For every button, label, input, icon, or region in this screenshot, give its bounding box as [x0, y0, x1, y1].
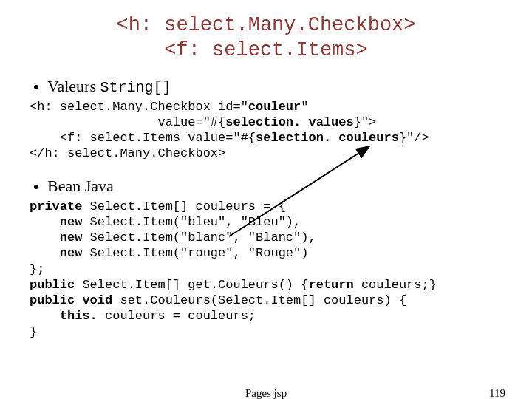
c1l2c: }"> [354, 115, 377, 129]
c2l4b: new [60, 246, 83, 260]
c1l2a: value="#{ [30, 115, 225, 129]
c2l1b: Select.Item[] couleurs = { [82, 200, 285, 214]
c1l3b: selection. couleurs [256, 131, 399, 145]
c2l7b [75, 293, 82, 307]
bullet-bean: Bean Java [34, 177, 504, 196]
c2l8c: couleurs = couleurs; [98, 309, 256, 323]
c2l6c: return [308, 278, 353, 292]
c1l4: </h: select.Many.Checkbox> [30, 146, 225, 160]
c2l2a [30, 215, 60, 229]
code-block-java: private Select.Item[] couleurs = { new S… [30, 199, 504, 340]
bullet-dot-icon [34, 185, 38, 189]
c2l3c: Select.Item("blanc", "Blanc"), [82, 231, 316, 245]
c2l9: } [30, 325, 37, 339]
bullet2-text: Bean Java [47, 177, 114, 195]
c2l3b: new [60, 231, 83, 245]
bullet-valeurs: Valeurs String[] [34, 77, 504, 96]
c2l5: }; [30, 262, 44, 276]
c1l3c: }"/> [399, 131, 429, 145]
c1l2b: selection. values [225, 115, 353, 129]
c2l3a [30, 231, 60, 245]
c1l3a: <f: select.Items value="#{ [30, 131, 256, 145]
c2l8a [30, 309, 60, 323]
c2l6a: public [30, 278, 75, 292]
c1l1a: <h: select.Many.Checkbox id=" [30, 100, 248, 114]
title-line-2: <f: select.Items> [164, 39, 367, 61]
c2l7c: void [82, 293, 112, 307]
c2l1a: private [30, 200, 82, 214]
bullet1-text: Valeurs [47, 77, 100, 95]
title-line-1: <h: select.Many.Checkbox> [116, 14, 415, 36]
c1l1b: couleur [248, 100, 301, 114]
c2l6d: couleurs;} [354, 278, 437, 292]
c2l2b: new [60, 215, 83, 229]
c2l4c: Select.Item("rouge", "Rouge") [82, 246, 308, 260]
footer-label: Pages jsp [245, 387, 287, 399]
c1l1c: " [301, 100, 308, 114]
page-number: 119 [489, 387, 505, 399]
bullet1-code: String[] [100, 79, 171, 96]
slide-title: <h: select.Many.Checkbox> <f: select.Ite… [28, 13, 504, 64]
code-block-xml: <h: select.Many.Checkbox id="couleur" va… [30, 99, 504, 162]
c2l6b: Select.Item[] get.Couleurs() { [75, 278, 308, 292]
bullet-dot-icon [34, 85, 38, 89]
c2l8b: this. [60, 309, 98, 323]
c2l4a [30, 246, 60, 260]
c2l7a: public [30, 293, 75, 307]
c2l7d: set.Couleurs(Select.Item[] couleurs) { [112, 293, 406, 307]
c2l2c: Select.Item("bleu", "Bleu"), [82, 215, 301, 229]
